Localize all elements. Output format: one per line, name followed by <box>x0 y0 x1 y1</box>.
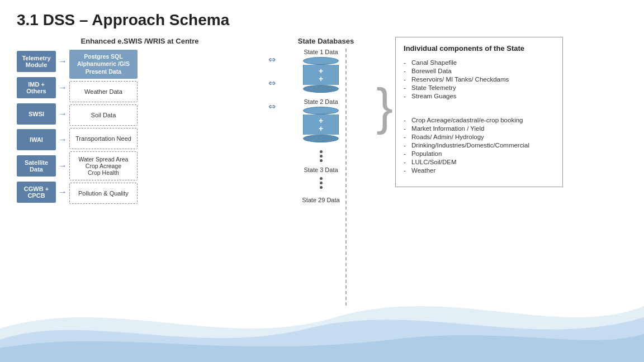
arrow-1: → <box>58 51 67 72</box>
right-list-item: Stream Guages <box>404 92 555 100</box>
dot-6 <box>320 186 323 189</box>
right-boxes-col: Postgres SQL Alphanumeric /GIS Present D… <box>69 50 138 204</box>
right-list-item: Market Information / Yield <box>404 124 555 132</box>
curly-brace-icon: } <box>376 82 393 132</box>
dot-5 <box>320 182 323 184</box>
arrow-6: → <box>58 182 67 203</box>
cyl-top-2 <box>303 107 339 115</box>
right-section-title: Individual components of the State <box>404 44 555 53</box>
blue-box-satellite: Satellite Data <box>17 155 56 177</box>
water-spread-box: Water Spread Area Crop Acreage Crop Heal… <box>69 151 138 180</box>
blue-box-imd: IMD + Others <box>17 77 56 98</box>
dbl-arrow-3: ⇔ <box>268 96 276 117</box>
right-list-2: Crop Acreage/cadastral/e-crop booking Ma… <box>404 116 555 174</box>
plus-1: + <box>319 67 323 75</box>
cyl-top-1 <box>303 57 339 65</box>
dbl-arrow-1: ⇔ <box>268 49 276 70</box>
left-section: Enhanced e.SWIS /WRIS at Centre Telemetr… <box>17 37 263 204</box>
dot-4 <box>320 177 323 180</box>
blue-box-telemetry: Telemetry Module <box>17 51 56 72</box>
page-title: 3.1 DSS – Approach Schema <box>17 11 627 29</box>
arrow-4: → <box>58 129 67 150</box>
right-list-item: Crop Acreage/cadastral/e-crop booking <box>404 116 555 124</box>
brace-area: } Individual components of the State Can… <box>376 37 563 187</box>
dot-1 <box>320 150 323 153</box>
dot-2 <box>320 155 323 158</box>
dot-3 <box>320 159 323 162</box>
double-arrows-col: ⇔ ⇔ ⇔ <box>268 37 276 117</box>
plus-3: + <box>319 117 323 125</box>
state1-cylinder: + + <box>303 57 339 93</box>
blue-box-cgwb: CGWB + CPCB <box>17 182 56 203</box>
cyl-bottom-2 <box>303 135 339 142</box>
state1-group: State 1 Data + + <box>303 49 339 93</box>
left-section-title: Enhanced e.SWIS /WRIS at Centre <box>17 37 263 45</box>
arrow-5: → <box>58 155 67 177</box>
arrow-2: → <box>58 77 67 98</box>
right-group1: Canal Shapefile Borewell Data Reservoirs… <box>404 58 555 100</box>
databases-area: State 1 Data + + State 2 Data <box>302 49 349 306</box>
state3-label: State 3 Data <box>304 166 338 173</box>
right-list-item: LULC/Soil/DEM <box>404 158 555 166</box>
blue-boxes-col: Telemetry Module IMD + Others SWSI IWAI … <box>17 50 56 204</box>
blue-box-swsi: SWSI <box>17 103 56 125</box>
right-group2: Crop Acreage/cadastral/e-crop booking Ma… <box>404 116 555 174</box>
pollution-box: Pollution & Quality <box>69 183 138 204</box>
blue-box-iwai: IWAI <box>17 129 56 150</box>
state3-group: State 3 Data <box>304 166 338 191</box>
right-section: Individual components of the State Canal… <box>395 37 563 187</box>
right-spacer <box>404 106 555 116</box>
cyl-body-1: + + <box>303 65 339 85</box>
main-content: 3.1 DSS – Approach Schema Enhanced e.SWI… <box>0 0 644 311</box>
middle-dots <box>320 148 323 164</box>
right-list-item: Reservoirs/ MI Tanks/ Checkdams <box>404 75 555 83</box>
right-list-item: Weather <box>404 166 555 174</box>
left-arrows-col: → → → → → → <box>58 50 67 204</box>
right-list-1: Canal Shapefile Borewell Data Reservoirs… <box>404 58 555 100</box>
state-cylinders: State 1 Data + + State 2 Data <box>302 49 339 205</box>
right-list-item: Population <box>404 149 555 158</box>
right-list-item: State Telemetry <box>404 83 555 92</box>
plus-2: + <box>319 75 323 83</box>
cyl-body-2: + + <box>303 115 339 135</box>
state3-dots <box>320 175 323 191</box>
state-databases-title: State Databases <box>298 37 354 45</box>
dbl-arrow-2: ⇔ <box>268 73 276 94</box>
right-list-item: Drinking/Industries/Domestic/Commercial <box>404 141 555 149</box>
right-list-item: Canal Shapefile <box>404 58 555 66</box>
state2-cylinder: + + <box>303 107 339 142</box>
state2-group: State 2 Data + + <box>303 98 339 142</box>
arrow-3: → <box>58 103 67 125</box>
middle-section: State Databases State 1 Data + + <box>281 37 371 306</box>
transportation-box: Transportation Need <box>69 128 138 149</box>
dashed-separator <box>345 49 347 306</box>
plus-4: + <box>319 125 323 132</box>
postgres-box: Postgres SQL Alphanumeric /GIS Present D… <box>69 50 138 79</box>
state29-label: State 29 Data <box>302 197 339 203</box>
soil-data-box: Soil Data <box>69 104 138 126</box>
weather-data-box: Weather Data <box>69 81 138 102</box>
left-inner: Telemetry Module IMD + Others SWSI IWAI … <box>17 50 263 204</box>
right-list-item: Borewell Data <box>404 66 555 75</box>
right-list-item: Roads/ Admin/ Hydrology <box>404 132 555 141</box>
state2-label: State 2 Data <box>304 98 338 105</box>
cyl-bottom-1 <box>303 85 339 93</box>
diagram-container: Enhanced e.SWIS /WRIS at Centre Telemetr… <box>17 37 627 306</box>
state1-label: State 1 Data <box>304 49 338 55</box>
